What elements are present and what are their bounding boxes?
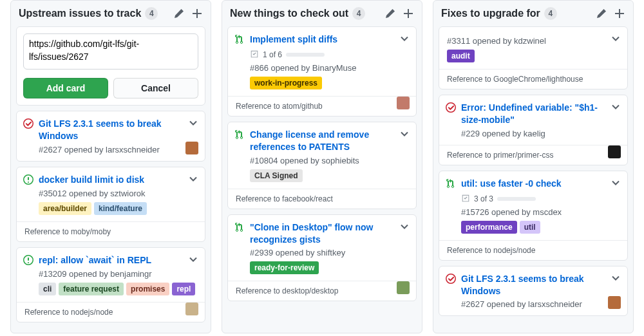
progress-bar xyxy=(497,197,536,201)
card-title-link[interactable]: Git LFS 2.3.1 seems to break Windows xyxy=(461,273,620,297)
card-reference: Reference to facebook/react xyxy=(228,189,416,209)
add-card-button[interactable]: Add card xyxy=(23,78,108,98)
label[interactable]: audit xyxy=(447,50,475,62)
chevron-down-icon[interactable] xyxy=(609,176,622,189)
label[interactable]: promises xyxy=(126,283,169,295)
card-title-link[interactable]: Implement split diffs xyxy=(250,33,408,46)
label[interactable]: ready-for-review xyxy=(250,261,319,274)
assignee-avatar[interactable] xyxy=(397,97,410,109)
labels-row: area/builderkind/feature xyxy=(39,202,197,215)
card-title-link[interactable]: docker build limit io disk xyxy=(39,174,197,186)
project-card[interactable]: Git LFS 2.3.1 seems to break Windows#262… xyxy=(439,266,628,317)
assignee-avatar[interactable] xyxy=(608,145,621,158)
card-meta: #2939 opened by shiftkey xyxy=(250,248,408,257)
issue-closed-icon xyxy=(446,274,456,284)
project-card[interactable]: Implement split diffs1 of 6#866 opened b… xyxy=(227,26,417,117)
assignee-avatar[interactable] xyxy=(185,303,198,315)
label[interactable]: performance xyxy=(461,221,517,234)
cancel-button[interactable]: Cancel xyxy=(113,78,198,98)
card-title-link[interactable]: repl: allow `await` in REPL xyxy=(39,254,197,266)
project-column: Upstream issues to track4Add cardCancelG… xyxy=(10,0,211,333)
pencil-icon[interactable] xyxy=(173,8,185,19)
label[interactable]: CLA Signed xyxy=(250,169,303,182)
column-title: New things to check out xyxy=(230,8,348,19)
pr-open-icon xyxy=(446,178,456,189)
card-meta: #2627 opened by larsxschneider xyxy=(461,299,620,309)
chevron-down-icon[interactable] xyxy=(187,253,200,266)
progress-bar xyxy=(286,53,325,57)
labels-row: ready-for-review xyxy=(250,261,408,274)
project-card[interactable]: Change license and remove references to … xyxy=(227,122,417,209)
card-meta: #229 opened by kaelig xyxy=(461,129,620,138)
issue-closed-icon xyxy=(23,118,33,129)
project-column: New things to check out4Implement split … xyxy=(222,0,422,333)
card-meta: #13209 opened by benjamingr xyxy=(39,269,197,279)
label[interactable]: feature request xyxy=(59,283,124,295)
column-body: Add cardCancelGit LFS 2.3.1 seems to bre… xyxy=(11,26,211,333)
card-title-link[interactable]: Error: Undefined variable: "$h1-size-mob… xyxy=(461,102,620,126)
task-progress: 3 of 3 xyxy=(461,194,620,205)
labels-row: work-in-progress xyxy=(250,77,408,89)
card-meta: #15726 opened by mscdex xyxy=(461,207,620,217)
pr-open-icon xyxy=(234,34,245,44)
chevron-down-icon[interactable] xyxy=(398,32,411,45)
column-body: #3311 opened by kdzwinelauditReference t… xyxy=(433,26,633,326)
plus-icon[interactable] xyxy=(191,8,203,19)
card-meta: #866 opened by BinaryMuse xyxy=(250,63,408,73)
labels-row: clifeature requestpromisesrepl xyxy=(39,283,197,295)
project-column: Fixes to upgrade for4#3311 opened by kdz… xyxy=(433,0,634,333)
column-header: New things to check out4 xyxy=(222,1,422,26)
label[interactable]: kind/feature xyxy=(94,202,147,215)
chevron-down-icon[interactable] xyxy=(609,272,622,285)
column-count-badge: 4 xyxy=(544,7,557,20)
column-title: Fixes to upgrade for xyxy=(441,8,540,19)
assignee-avatar[interactable] xyxy=(397,281,410,294)
project-card[interactable]: repl: allow `await` in REPL#13209 opened… xyxy=(16,247,205,322)
chevron-down-icon[interactable] xyxy=(609,100,622,113)
label[interactable]: work-in-progress xyxy=(250,77,322,89)
checklist-icon xyxy=(250,50,259,61)
column-header: Fixes to upgrade for4 xyxy=(433,1,633,26)
issue-open-icon xyxy=(23,255,33,265)
labels-row: performanceutil xyxy=(461,221,620,234)
project-card[interactable]: Git LFS 2.3.1 seems to break Windows#262… xyxy=(16,111,205,162)
task-progress: 1 of 6 xyxy=(250,50,408,61)
card-meta: #35012 opened by sztwiorok xyxy=(39,189,197,198)
project-card[interactable]: "Clone in Desktop" flow now recognizes g… xyxy=(227,214,417,302)
project-card[interactable]: Error: Undefined variable: "$h1-size-mob… xyxy=(439,95,628,165)
card-reference: Reference to primer/primer-css xyxy=(439,145,627,165)
add-card-form: Add cardCancel xyxy=(16,26,205,106)
label[interactable]: area/builder xyxy=(39,202,91,215)
card-title-link[interactable]: util: use faster -0 check xyxy=(461,178,620,190)
pencil-icon[interactable] xyxy=(596,8,607,19)
plus-icon[interactable] xyxy=(402,8,414,19)
assignee-avatar[interactable] xyxy=(185,142,198,154)
label[interactable]: cli xyxy=(39,283,56,295)
chevron-down-icon[interactable] xyxy=(398,220,411,233)
add-card-input[interactable] xyxy=(23,33,198,70)
chevron-down-icon[interactable] xyxy=(609,32,622,45)
project-card[interactable]: docker build limit io disk#35012 opened … xyxy=(16,167,205,242)
pencil-icon[interactable] xyxy=(384,8,396,19)
pr-open-icon xyxy=(234,222,245,232)
labels-row: audit xyxy=(447,50,620,62)
project-card[interactable]: util: use faster -0 check3 of 3#15726 op… xyxy=(439,171,628,261)
chevron-down-icon[interactable] xyxy=(187,173,200,185)
assignee-avatar[interactable] xyxy=(608,296,621,309)
pr-open-icon xyxy=(234,129,245,140)
task-count: 1 of 6 xyxy=(263,50,282,59)
checklist-icon xyxy=(461,194,470,205)
plus-icon[interactable] xyxy=(614,8,625,19)
chevron-down-icon[interactable] xyxy=(398,127,411,140)
card-title-link[interactable]: "Clone in Desktop" flow now recognizes g… xyxy=(250,221,408,246)
project-card[interactable]: #3311 opened by kdzwinelauditReference t… xyxy=(439,26,628,89)
label[interactable]: repl xyxy=(172,283,195,295)
card-title-link[interactable]: Change license and remove references to … xyxy=(250,129,408,153)
column-count-badge: 4 xyxy=(145,7,158,20)
label[interactable]: util xyxy=(520,221,540,234)
chevron-down-icon[interactable] xyxy=(187,117,200,129)
card-title-link[interactable]: Git LFS 2.3.1 seems to break Windows xyxy=(39,118,197,142)
issue-open-icon xyxy=(23,174,33,185)
column-count-badge: 4 xyxy=(352,7,365,20)
card-reference: Reference to nodejs/node xyxy=(439,240,627,260)
